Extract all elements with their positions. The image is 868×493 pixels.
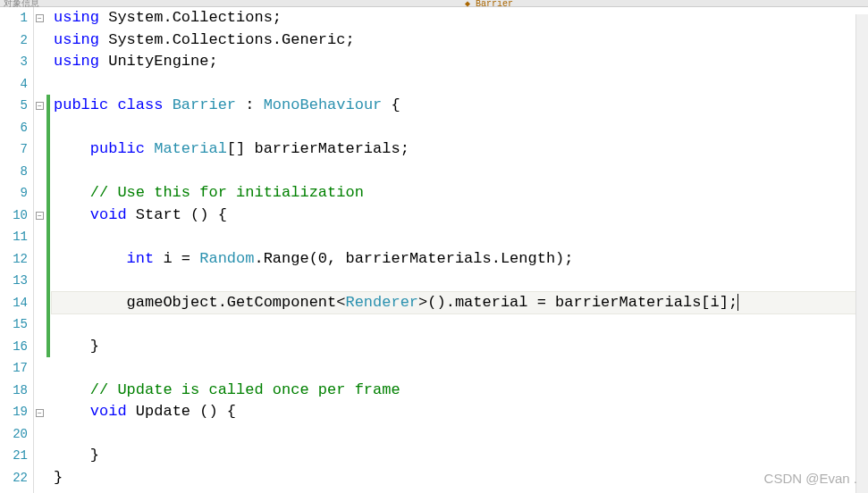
line-number: 3	[0, 51, 28, 73]
code-text: UnityEngine;	[99, 53, 218, 70]
line-number: 21	[0, 445, 28, 467]
type-name: Renderer	[345, 294, 418, 311]
type-name: Material	[154, 140, 227, 157]
line-number: 13	[0, 270, 28, 292]
code-text: System.Collections.Generic;	[99, 31, 355, 48]
method-name: Update	[127, 403, 190, 420]
line-number: 9	[0, 182, 28, 205]
line-number: 20	[0, 423, 28, 446]
line-number: 12	[0, 248, 28, 271]
line-number: 22	[0, 467, 28, 489]
code-text: () {	[190, 403, 236, 420]
code-text: i =	[154, 250, 199, 267]
fold-column: − − − −	[34, 7, 46, 493]
code-text: .Range(0, barrierMaterials.Length);	[254, 250, 573, 267]
line-number: 4	[0, 73, 28, 96]
line-number: 5	[0, 95, 28, 117]
line-number-gutter: 1 2 3 4 5 6 7 8 9 10 11 12 13 14 15 16 1…	[0, 7, 34, 493]
code-text: System.Collections;	[99, 9, 282, 26]
code-text: >().material = barrierMaterials[i];	[418, 294, 737, 311]
keyword: void	[54, 403, 127, 420]
code-text: gameObject.GetComponent<	[54, 294, 345, 311]
fold-toggle[interactable]: −	[36, 14, 44, 22]
class-name: Barrier	[173, 96, 236, 113]
keyword: using	[54, 9, 99, 26]
line-number: 17	[0, 357, 28, 380]
text-cursor	[737, 294, 738, 311]
fold-toggle[interactable]: −	[36, 212, 44, 220]
method-name: Start	[127, 206, 181, 223]
fold-toggle[interactable]: −	[36, 102, 44, 110]
keyword: public	[54, 140, 154, 157]
keyword: int	[54, 250, 154, 267]
code-editor[interactable]: 1 2 3 4 5 6 7 8 9 10 11 12 13 14 15 16 1…	[0, 7, 868, 493]
type-name: Random	[199, 250, 254, 267]
keyword: class	[108, 96, 172, 113]
fold-toggle[interactable]: −	[36, 409, 44, 417]
keyword: using	[54, 31, 99, 48]
current-line: gameObject.GetComponent<Renderer>().mate…	[52, 292, 868, 314]
top-toolbar: 对象信息	[0, 0, 868, 7]
keyword: using	[54, 53, 99, 70]
code-text: }	[54, 469, 63, 486]
keyword: public	[54, 96, 108, 113]
line-number: 15	[0, 313, 28, 336]
line-number: 1	[0, 7, 28, 29]
code-text: }	[54, 338, 99, 355]
line-number: 7	[0, 138, 28, 161]
change-marker	[46, 95, 50, 357]
code-content[interactable]: using System.Collections; using System.C…	[52, 7, 868, 493]
class-name: MonoBehaviour	[264, 96, 383, 113]
line-number: 2	[0, 29, 28, 52]
line-number: 6	[0, 117, 28, 139]
line-number: 18	[0, 380, 28, 402]
code-text: [] barrierMaterials;	[227, 140, 409, 157]
code-text: }	[54, 447, 99, 464]
line-number: 19	[0, 401, 28, 423]
line-number: 11	[0, 226, 28, 248]
code-text: :	[236, 96, 264, 113]
line-number: 10	[0, 205, 28, 227]
line-number: 8	[0, 161, 28, 183]
vertical-scrollbar[interactable]	[855, 14, 868, 493]
comment: // Use this for initialization	[54, 184, 364, 201]
keyword: void	[54, 206, 127, 223]
line-number: 16	[0, 336, 28, 358]
code-text: () {	[181, 206, 227, 223]
line-number: 14	[0, 292, 28, 314]
watermark: CSDN @Evan .	[764, 471, 857, 486]
comment: // Update is called once per frame	[54, 381, 400, 398]
code-text: {	[382, 96, 400, 113]
